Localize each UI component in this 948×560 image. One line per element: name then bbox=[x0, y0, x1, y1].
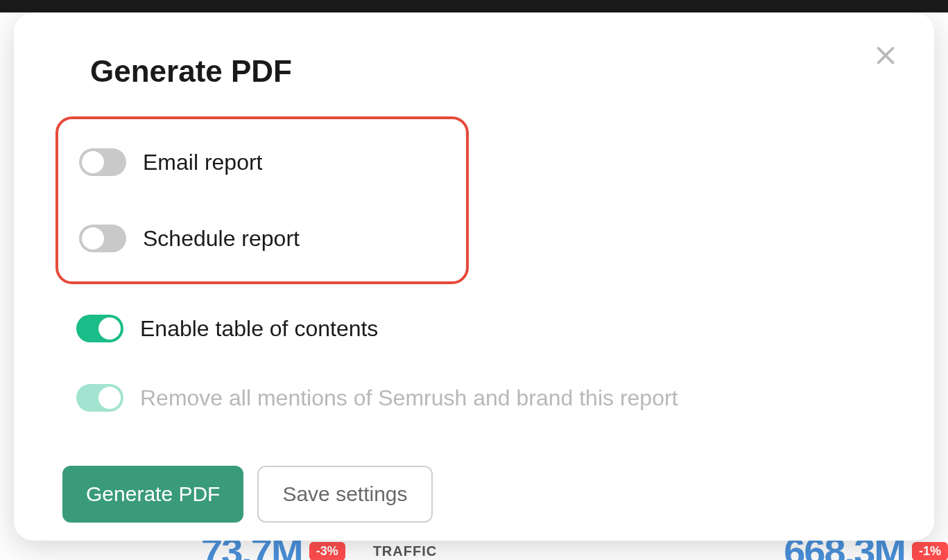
modal-actions: Generate PDF Save settings bbox=[62, 466, 879, 523]
highlight-annotation: Email report Schedule report bbox=[55, 116, 469, 284]
toggle-knob bbox=[82, 227, 104, 250]
save-settings-button[interactable]: Save settings bbox=[257, 466, 432, 523]
generate-pdf-modal: Generate PDF Email report Schedule repor… bbox=[14, 12, 934, 541]
schedule-report-label: Schedule report bbox=[143, 226, 300, 252]
generate-pdf-button[interactable]: Generate PDF bbox=[62, 466, 243, 523]
enable-toc-toggle[interactable] bbox=[76, 315, 123, 342]
toggle-knob bbox=[82, 151, 104, 173]
metric-badge-right: -1% bbox=[912, 542, 948, 560]
email-report-row: Email report bbox=[65, 143, 445, 182]
schedule-report-row: Schedule report bbox=[65, 219, 445, 258]
modal-title: Generate PDF bbox=[90, 54, 879, 89]
close-icon bbox=[873, 43, 898, 68]
traffic-label: TRAFFIC bbox=[373, 543, 438, 559]
close-button[interactable] bbox=[872, 42, 899, 69]
enable-toc-row: Enable table of contents bbox=[62, 309, 879, 348]
enable-toc-label: Enable table of contents bbox=[140, 316, 378, 342]
toggle-knob bbox=[98, 387, 121, 409]
email-report-toggle[interactable] bbox=[79, 148, 126, 176]
schedule-report-toggle[interactable] bbox=[79, 225, 126, 252]
remove-branding-toggle[interactable] bbox=[76, 384, 123, 412]
remove-branding-row: Remove all mentions of Semrush and brand… bbox=[62, 378, 879, 417]
remove-branding-label: Remove all mentions of Semrush and brand… bbox=[140, 385, 678, 411]
metric-badge-left: -3% bbox=[309, 542, 345, 560]
toggle-knob bbox=[98, 317, 121, 340]
email-report-label: Email report bbox=[143, 150, 263, 175]
app-top-bar bbox=[0, 0, 948, 12]
